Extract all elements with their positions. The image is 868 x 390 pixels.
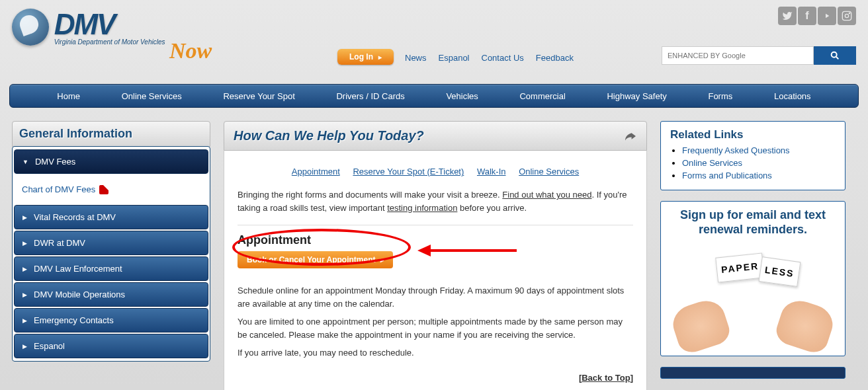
sidebar-sub-label: Chart of DMV Fees bbox=[22, 184, 95, 194]
tab-online-services[interactable]: Online Services bbox=[519, 167, 579, 176]
tab-appointment[interactable]: Appointment bbox=[292, 167, 340, 176]
related-links-title: Related Links bbox=[670, 128, 836, 141]
main-body: Appointment Reserve Your Spot (E-Ticket)… bbox=[224, 151, 647, 390]
facebook-icon[interactable]: f bbox=[798, 7, 816, 25]
nav-drivers-id[interactable]: Drivers / ID Cards bbox=[336, 91, 404, 101]
chevron-right-icon: ▶ bbox=[22, 343, 27, 350]
nav-commercial[interactable]: Commercial bbox=[519, 91, 565, 101]
chevron-right-icon: ▶ bbox=[22, 214, 27, 221]
related-link-online[interactable]: Online Services bbox=[682, 158, 742, 168]
sidebar-item-label: DMV Mobile Operations bbox=[34, 290, 125, 299]
instagram-icon[interactable] bbox=[838, 7, 856, 25]
tab-walkin[interactable]: Walk-In bbox=[477, 167, 506, 176]
content: General Information ▼ DMV Fees Chart of … bbox=[0, 108, 868, 390]
sidebar-item-emergency[interactable]: ▶Emergency Contacts bbox=[14, 308, 208, 332]
related-link-faq[interactable]: Frequently Asked Questions bbox=[682, 145, 790, 155]
logo-accent-text: Now bbox=[169, 38, 212, 63]
nav-locations[interactable]: Locations bbox=[774, 91, 811, 101]
nav-online-services[interactable]: Online Services bbox=[122, 91, 182, 101]
sidebar-item-label: DMV Fees bbox=[35, 157, 75, 167]
sidebar-item-dwr[interactable]: ▶DWR at DMV bbox=[14, 231, 208, 255]
highlighted-button-wrap: Book or Cancel Your Appointment bbox=[238, 251, 393, 268]
link-testing-info[interactable]: testing information bbox=[387, 203, 457, 213]
logo[interactable]: DMV Virginia Department of Motor Vehicle… bbox=[12, 8, 210, 67]
social-icons: f bbox=[778, 7, 856, 25]
search-input[interactable] bbox=[662, 46, 814, 65]
main-column: How Can We Help You Today? Appointment R… bbox=[224, 121, 647, 390]
logo-main-text: DMV bbox=[54, 8, 165, 41]
section-tabs: Appointment Reserve Your Spot (E-Ticket)… bbox=[238, 167, 633, 176]
chevron-right-icon: ▶ bbox=[22, 317, 27, 324]
book-cancel-appointment-button[interactable]: Book or Cancel Your Appointment bbox=[238, 251, 393, 268]
tab-reserve-spot[interactable]: Reserve Your Spot (E-Ticket) bbox=[353, 167, 464, 176]
nav-reserve-spot[interactable]: Reserve Your Spot bbox=[223, 91, 294, 101]
nav-news[interactable]: News bbox=[405, 53, 427, 63]
logo-tagline: Virginia Department of Motor Vehicles bbox=[54, 38, 165, 46]
chevron-down-icon: ▼ bbox=[22, 159, 28, 165]
aside-column: Related Links Frequently Asked Questions… bbox=[660, 121, 846, 390]
svg-point-2 bbox=[845, 14, 848, 17]
sidebar-item-label: Espanol bbox=[34, 341, 65, 351]
sidebar-item-vital-records[interactable]: ▶Vital Records at DMV bbox=[14, 205, 208, 229]
appointment-para-3: If you arrive late, you may need to resc… bbox=[238, 346, 633, 360]
search-button[interactable] bbox=[814, 46, 856, 65]
divider bbox=[238, 225, 633, 225]
login-button[interactable]: Log In bbox=[337, 49, 394, 65]
svg-point-3 bbox=[849, 13, 849, 13]
sidebar-item-label: DMV Law Enforcement bbox=[34, 264, 122, 274]
appointment-para-1: Schedule online for an appointment Monda… bbox=[238, 284, 633, 310]
nav-contact[interactable]: Contact Us bbox=[482, 53, 524, 63]
sidebar-item-dmv-fees[interactable]: ▼ DMV Fees bbox=[14, 149, 208, 174]
hand-left-icon bbox=[668, 296, 733, 356]
chevron-right-icon: ▶ bbox=[22, 240, 27, 247]
sidebar-item-label: Vital Records at DMV bbox=[34, 212, 116, 222]
sidebar-item-label: DWR at DMV bbox=[34, 238, 85, 248]
sidebar-item-espanol[interactable]: ▶Espanol bbox=[14, 334, 208, 358]
search-area bbox=[662, 46, 856, 65]
related-links-box: Related Links Frequently Asked Questions… bbox=[660, 121, 846, 190]
main-nav: Home Online Services Reserve Your Spot D… bbox=[9, 84, 859, 108]
sidebar-title: General Information bbox=[12, 121, 210, 147]
chevron-right-icon: ▶ bbox=[22, 266, 27, 272]
promo-secondary[interactable] bbox=[660, 367, 846, 379]
share-icon[interactable] bbox=[624, 131, 637, 141]
page-title: How Can We Help You Today? bbox=[234, 128, 424, 143]
search-icon bbox=[830, 50, 840, 61]
link-find-out[interactable]: Find out what you need bbox=[502, 190, 591, 200]
paper-right-icon: LESS bbox=[759, 256, 801, 287]
chevron-right-icon: ▶ bbox=[22, 292, 27, 298]
nav-vehicles[interactable]: Vehicles bbox=[446, 91, 478, 101]
back-to-top-link[interactable]: [Back to Top] bbox=[579, 373, 633, 383]
nav-highway-safety[interactable]: Highway Safety bbox=[607, 91, 666, 101]
youtube-icon[interactable] bbox=[818, 7, 836, 25]
main-header: How Can We Help You Today? bbox=[224, 121, 647, 151]
twitter-icon[interactable] bbox=[778, 7, 797, 25]
header: DMV Virginia Department of Motor Vehicle… bbox=[0, 0, 868, 77]
paperless-graphic: PAPER LESS bbox=[666, 250, 840, 349]
paper-left-icon: PAPER bbox=[715, 253, 765, 283]
sidebar-item-label: Emergency Contacts bbox=[34, 315, 114, 325]
nav-home[interactable]: Home bbox=[57, 91, 80, 101]
appointment-para-2: You are limited to one appointment per p… bbox=[238, 315, 633, 341]
promo-title: Sign up for email and textrenewal remind… bbox=[666, 208, 840, 237]
sidebar-sub-chart-fees[interactable]: Chart of DMV Fees bbox=[14, 175, 208, 204]
nav-feedback[interactable]: Feedback bbox=[536, 53, 574, 63]
nav-forms[interactable]: Forms bbox=[708, 91, 732, 101]
hand-right-icon bbox=[773, 296, 838, 356]
promo-paperless[interactable]: Sign up for email and textrenewal remind… bbox=[660, 201, 846, 356]
sidebar-box: ▼ DMV Fees Chart of DMV Fees ▶Vital Reco… bbox=[12, 146, 210, 362]
sidebar-item-mobile-ops[interactable]: ▶DMV Mobile Operations bbox=[14, 282, 208, 307]
related-link-forms[interactable]: Forms and Publications bbox=[682, 171, 772, 180]
intro-text: Bringing the right forms and documents w… bbox=[238, 188, 633, 214]
svg-line-5 bbox=[836, 57, 838, 59]
sidebar-item-law-enforcement[interactable]: ▶DMV Law Enforcement bbox=[14, 256, 208, 281]
top-links: News Espanol Contact Us Feedback bbox=[405, 53, 574, 63]
pdf-icon bbox=[99, 185, 108, 194]
nav-espanol[interactable]: Espanol bbox=[439, 53, 470, 63]
section-heading-appointment: Appointment bbox=[238, 233, 633, 247]
sidebar-column: General Information ▼ DMV Fees Chart of … bbox=[12, 121, 210, 390]
logo-swoosh-icon bbox=[12, 9, 49, 46]
svg-point-4 bbox=[832, 52, 837, 58]
